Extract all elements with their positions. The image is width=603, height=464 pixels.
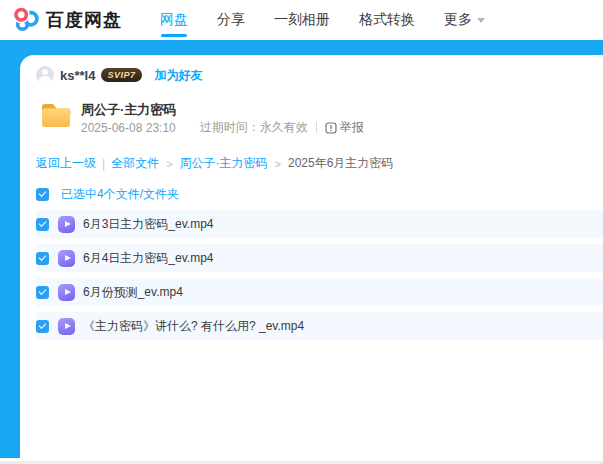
breadcrumb-all-files-link[interactable]: 全部文件	[111, 155, 159, 172]
nav-tab-label: 网盘	[160, 11, 188, 29]
nav-tab-label: 一刻相册	[274, 11, 330, 29]
report-icon	[325, 122, 337, 134]
top-header: 百度网盘 网盘 分享 一刻相册 格式转换 更多	[0, 0, 603, 40]
breadcrumb-separator: >	[275, 158, 281, 170]
expire-info: 过期时间：永久有效	[200, 119, 308, 136]
video-file-icon	[58, 318, 75, 335]
video-file-icon	[58, 284, 75, 301]
play-icon	[65, 289, 71, 295]
nav-tab-label: 分享	[217, 11, 245, 29]
select-all-checkbox[interactable]	[36, 188, 49, 201]
nav-tab-more[interactable]: 更多	[444, 0, 485, 40]
shared-folder-block: 周公子·主力密码 2025-06-08 23:10 过期时间：永久有效 举报	[40, 100, 603, 138]
share-content-card: ks**l4 SVIP7 加为好友 周公子·主力密码 2025-06-08 23	[20, 55, 603, 458]
play-icon	[65, 323, 71, 329]
file-name[interactable]: 《主力密码》讲什么? 有什么用? _ev.mp4	[83, 318, 304, 335]
add-friend-link[interactable]: 加为好友	[154, 67, 202, 84]
file-name[interactable]: 6月3日主力密码_ev.mp4	[83, 216, 213, 233]
play-icon	[65, 255, 71, 261]
video-file-icon	[58, 250, 75, 267]
file-checkbox[interactable]	[36, 286, 49, 299]
nav-tab-share[interactable]: 分享	[217, 0, 245, 40]
file-checkbox[interactable]	[36, 252, 49, 265]
selection-count-label: 已选中4个文件/文件夹	[61, 186, 179, 203]
share-time: 2025-06-08 23:10	[81, 121, 176, 135]
share-meta: 2025-06-08 23:10 过期时间：永久有效 举报	[81, 119, 364, 136]
breadcrumb: 返回上一级 | 全部文件 > 周公子·主力密码 > 2025年6月主力密码	[36, 155, 603, 172]
bottom-edge-strip	[0, 458, 603, 464]
chevron-down-icon	[477, 18, 485, 23]
nav-tab-label: 格式转换	[359, 11, 415, 29]
sharer-info-row: ks**l4 SVIP7 加为好友	[36, 55, 603, 85]
play-icon	[65, 221, 71, 227]
main-nav: 网盘 分享 一刻相册 格式转换 更多	[160, 0, 514, 40]
file-list: 6月3日主力密码_ev.mp4 6月4日主力密码_ev.mp4 6月份预测_ev…	[36, 210, 603, 340]
sharer-username: ks**l4	[60, 68, 95, 83]
active-tab-underline	[161, 34, 187, 37]
breadcrumb-back-link[interactable]: 返回上一级	[36, 155, 96, 172]
avatar[interactable]	[36, 66, 54, 84]
file-row[interactable]: 《主力密码》讲什么? 有什么用? _ev.mp4	[36, 312, 603, 340]
baidu-netdisk-share-page: 百度网盘 网盘 分享 一刻相册 格式转换 更多	[0, 0, 603, 464]
breadcrumb-current: 2025年6月主力密码	[288, 155, 393, 172]
share-title: 周公子·主力密码	[81, 101, 364, 119]
nav-tab-netdisk[interactable]: 网盘	[160, 0, 188, 40]
folder-info: 周公子·主力密码 2025-06-08 23:10 过期时间：永久有效 举报	[81, 100, 364, 138]
meta-divider	[316, 122, 317, 133]
breadcrumb-separator: >	[166, 158, 172, 170]
svip-badge[interactable]: SVIP7	[101, 68, 142, 82]
file-row[interactable]: 6月3日主力密码_ev.mp4	[36, 210, 603, 238]
file-checkbox[interactable]	[36, 218, 49, 231]
video-file-icon	[58, 216, 75, 233]
report-button[interactable]: 举报	[325, 119, 364, 136]
file-name[interactable]: 6月份预测_ev.mp4	[83, 284, 183, 301]
select-all-row: 已选中4个文件/文件夹	[36, 186, 603, 202]
logo-text: 百度网盘	[46, 8, 122, 32]
file-name[interactable]: 6月4日主力密码_ev.mp4	[83, 250, 213, 267]
avatar-person-icon	[39, 76, 51, 84]
file-row[interactable]: 6月份预测_ev.mp4	[36, 278, 603, 306]
avatar-person-icon	[42, 69, 48, 75]
netdisk-cloud-logo-icon	[12, 6, 40, 34]
file-checkbox[interactable]	[36, 320, 49, 333]
folder-icon	[40, 100, 72, 129]
file-row[interactable]: 6月4日主力密码_ev.mp4	[36, 244, 603, 272]
nav-tab-moment-album[interactable]: 一刻相册	[274, 0, 330, 40]
report-label: 举报	[340, 119, 364, 136]
nav-tab-format-convert[interactable]: 格式转换	[359, 0, 415, 40]
breadcrumb-folder-link[interactable]: 周公子·主力密码	[180, 155, 268, 172]
breadcrumb-divider: |	[102, 157, 105, 171]
nav-tab-label: 更多	[444, 11, 472, 29]
baidu-netdisk-logo[interactable]: 百度网盘	[12, 6, 122, 34]
